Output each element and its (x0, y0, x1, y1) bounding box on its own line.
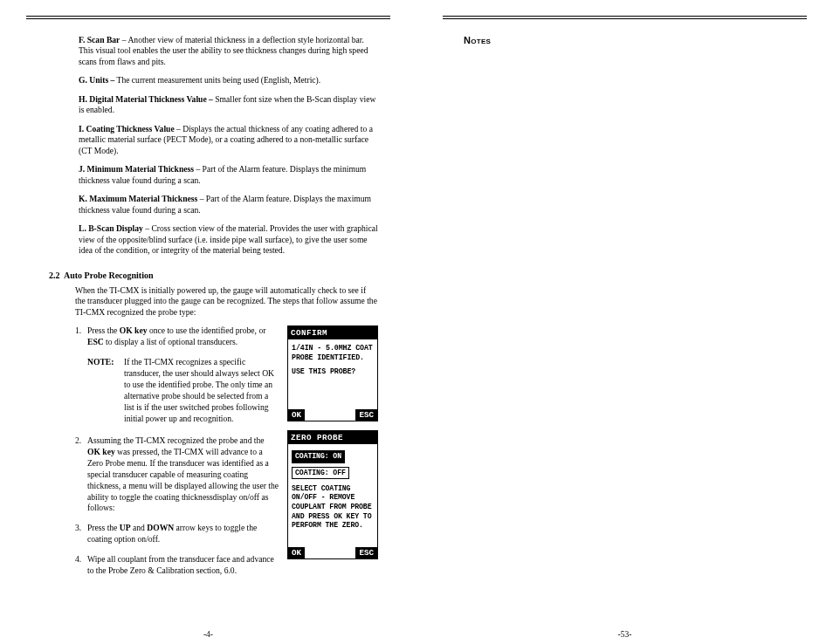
note-block: NOTE: If the TI-CMX recognizes a specifi… (87, 357, 279, 425)
notes-heading: Notes (464, 35, 807, 45)
section-heading: 2.2 Auto Probe Recognition (49, 271, 390, 280)
header-rule (26, 16, 390, 19)
device-screen-confirm: CONFIRM 1/4IN - 5.0MHZ COATPROBE IDENTIF… (287, 325, 378, 421)
note-body: If the TI-CMX recognizes a specific tran… (124, 357, 279, 425)
device-title: CONFIRM (288, 326, 377, 339)
coating-on-option[interactable]: COATING: ON (292, 450, 345, 462)
device-screens-column: CONFIRM 1/4IN - 5.0MHZ COATPROBE IDENTIF… (287, 325, 378, 586)
device-screen-zero-probe: ZERO PROBE COATING: ON COATING: OFF SELE… (287, 430, 378, 559)
header-rule (443, 16, 807, 19)
ok-key-label: OK key (120, 325, 148, 335)
page-right: Notes -53- (416, 0, 833, 644)
definition-item: F. Scan Bar – Another view of material t… (79, 35, 378, 67)
esc-button[interactable]: ESC (355, 547, 377, 558)
definitions-list: F. Scan Bar – Another view of material t… (26, 35, 390, 257)
definition-lead: H. Digital Material Thickness Value – (79, 94, 213, 104)
step-1: 1. Press the OK key once to use the iden… (75, 325, 279, 348)
definition-lead: K. Maximum Material Thickness (79, 194, 197, 203)
definition-item: L. B-Scan Display – Cross section view o… (79, 223, 378, 256)
device-body: 1/4IN - 5.0MHZ COATPROBE IDENTIFIED. USE… (288, 339, 377, 409)
step-3: 3. Press the UP and DOWN arrow keys to t… (75, 523, 279, 545)
ok-key-label: OK key (87, 447, 115, 456)
device-body: COATING: ON COATING: OFF SELECT COATING … (288, 444, 377, 547)
device-instruction: SELECT COATING ON/OFF - REMOVE COUPLANT … (292, 484, 374, 531)
definition-item: K. Maximum Material Thickness – Part of … (79, 194, 378, 216)
definition-item: G. Units – The current measurement units… (79, 75, 378, 86)
up-key-label: UP (120, 523, 131, 532)
device-footer: OK ESC (288, 547, 377, 558)
steps-column: 1. Press the OK key once to use the iden… (75, 325, 279, 586)
ok-button[interactable]: OK (288, 547, 305, 558)
definition-lead: L. B-Scan Display (79, 223, 143, 233)
device-footer: OK ESC (288, 409, 377, 421)
esc-key-label: ESC (87, 337, 104, 346)
down-key-label: DOWN (147, 523, 174, 532)
device-title: ZERO PROBE (288, 431, 377, 444)
definition-item: J. Minimum Material Thickness – Part of … (79, 164, 378, 186)
definition-lead: J. Minimum Material Thickness (79, 164, 194, 174)
section-number: 2.2 (49, 271, 60, 280)
section-title: Auto Probe Recognition (64, 271, 154, 280)
definition-item: H. Digital Material Thickness Value – Sm… (79, 94, 378, 116)
step-2: 2. Assuming the TI-CMX recognized the pr… (75, 435, 279, 515)
two-column-area: 1. Press the OK key once to use the iden… (75, 325, 378, 586)
coating-off-option[interactable]: COATING: OFF (292, 467, 349, 479)
esc-button[interactable]: ESC (355, 409, 377, 421)
page-left: F. Scan Bar – Another view of material t… (0, 0, 416, 644)
step-4: 4. Wipe all couplant from the transducer… (75, 554, 279, 577)
ok-button[interactable]: OK (288, 409, 305, 421)
definition-lead: F. Scan Bar (79, 35, 120, 45)
definition-lead: G. Units – (79, 75, 114, 85)
note-label: NOTE: (87, 357, 122, 368)
definition-item: I. Coating Thickness Value – Displays th… (79, 124, 378, 156)
section-intro: When the TI-CMX is initially powered up,… (75, 285, 378, 319)
page-number: -53- (618, 630, 632, 639)
definition-lead: I. Coating Thickness Value (79, 124, 175, 134)
page-number: -4- (203, 630, 213, 639)
